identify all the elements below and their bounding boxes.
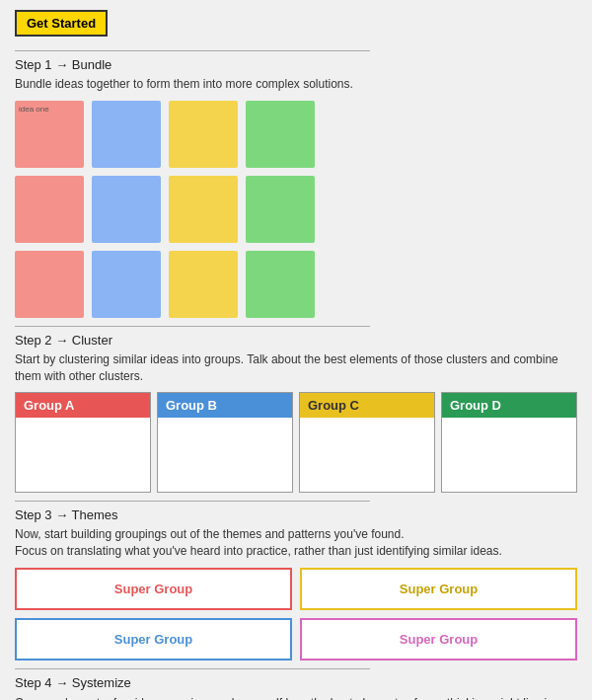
sticky-note [169,176,238,243]
sticky-note [15,251,84,318]
sticky-note [169,101,238,168]
sticky-note [169,251,238,318]
cluster-row: Group A Group B Group C Group D [15,392,577,493]
step2-description: Start by clustering similar ideas into g… [15,351,577,385]
cluster-group-a[interactable]: Group A [15,392,151,493]
super-group-2[interactable]: Super Group [300,568,577,610]
step3-label: Step 3 → Themes [15,507,577,522]
cluster-body-b [158,418,292,492]
cluster-body-d [442,418,576,492]
sticky-note [92,101,161,168]
cluster-group-b[interactable]: Group B [157,392,293,493]
sticky-note: idea one [15,101,84,168]
note-text: idea one [19,105,49,114]
cluster-body-a [16,418,150,492]
super-group-1[interactable]: Super Group [15,568,292,610]
get-started-button[interactable]: Get Started [15,10,108,37]
cluster-header-d: Group D [442,393,576,418]
divider-step2 [15,326,370,327]
cluster-group-d[interactable]: Group D [441,392,577,493]
step4-description: Once you've got a few idea groupings, as… [15,694,577,700]
sticky-note-grid: idea one [15,101,577,318]
cluster-body-c [300,418,434,492]
step2-label: Step 2 → Cluster [15,333,577,348]
step3-description: Now, start building groupings out of the… [15,526,577,560]
cluster-group-c[interactable]: Group C [299,392,435,493]
cluster-header-c: Group C [300,393,434,418]
super-group-3[interactable]: Super Group [15,618,292,661]
super-group-grid: Super Group Super Group Super Group Supe… [15,568,577,661]
step4-label: Step 4 → Systemize [15,675,577,690]
super-group-4[interactable]: Super Group [300,618,577,661]
sticky-note [92,251,161,318]
sticky-note [92,176,161,243]
cluster-header-b: Group B [158,393,292,418]
sticky-note [246,251,315,318]
cluster-header-a: Group A [16,393,150,418]
sticky-note [15,176,84,243]
divider-step3 [15,501,370,502]
sticky-note [246,101,315,168]
divider-step1 [15,50,370,51]
divider-step4 [15,668,370,669]
step1-label: Step 1 → Bundle [15,57,577,72]
sticky-note [246,176,315,243]
step1-description: Bundle ideas together to form them into … [15,76,577,93]
